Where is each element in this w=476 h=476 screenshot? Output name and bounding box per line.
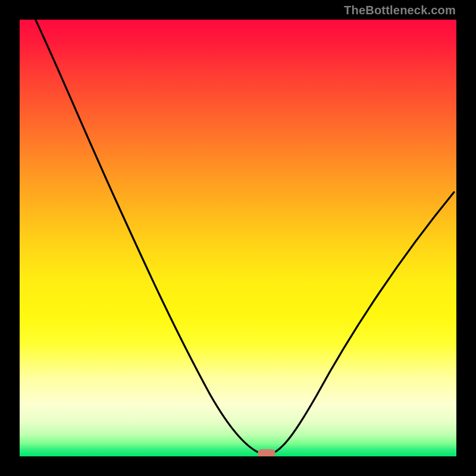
- minimum-marker: [258, 449, 275, 456]
- watermark-text: TheBottleneck.com: [344, 4, 456, 17]
- plot-area: [20, 20, 456, 456]
- bottleneck-curve: [33, 20, 454, 455]
- curve-layer: [20, 20, 456, 456]
- chart-frame: TheBottleneck.com: [0, 0, 476, 476]
